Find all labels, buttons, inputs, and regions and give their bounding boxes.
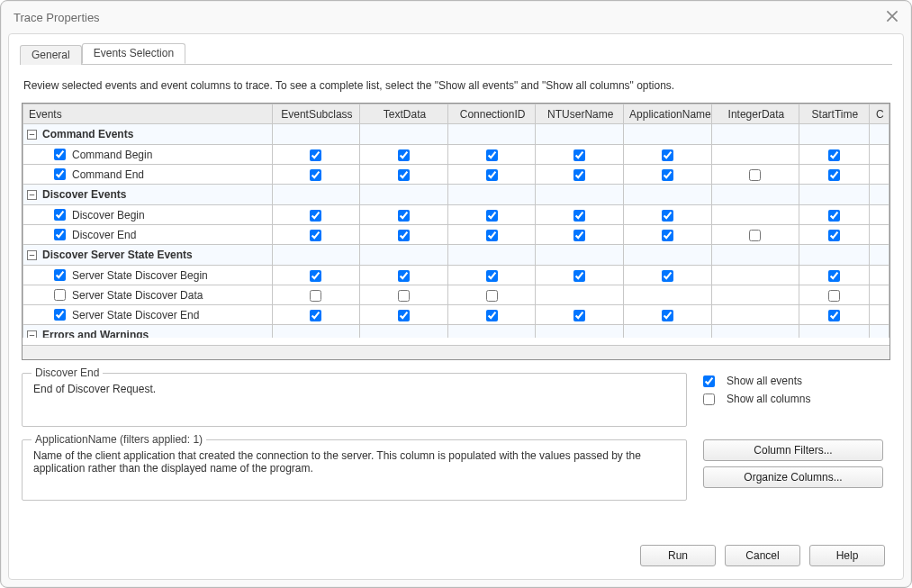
event-cell[interactable] <box>624 225 712 245</box>
event-cell[interactable] <box>447 305 536 325</box>
column-check[interactable] <box>486 149 498 161</box>
column-check[interactable] <box>486 210 498 222</box>
column-check[interactable] <box>828 290 840 302</box>
column-check[interactable] <box>398 210 410 222</box>
column-check[interactable] <box>310 169 321 181</box>
event-row[interactable]: Server State Discover Begin <box>23 266 889 285</box>
event-cell[interactable] <box>536 285 624 305</box>
column-check[interactable] <box>310 310 321 321</box>
column-header[interactable]: StartTime <box>799 104 869 124</box>
event-cell[interactable] <box>360 225 448 245</box>
event-cell[interactable] <box>799 266 869 285</box>
column-header[interactable]: EventSubclass <box>272 104 360 124</box>
event-enable-check[interactable] <box>54 168 66 180</box>
show-all-columns-check[interactable]: Show all columns <box>703 393 892 405</box>
column-header[interactable]: TextData <box>360 104 448 124</box>
column-check[interactable] <box>573 169 585 181</box>
event-cell[interactable] <box>799 285 869 305</box>
help-button[interactable]: Help <box>809 545 885 566</box>
event-cell[interactable] <box>360 285 448 305</box>
column-check[interactable] <box>828 310 840 321</box>
event-cell[interactable] <box>360 305 448 325</box>
event-cell[interactable] <box>536 205 624 225</box>
column-check[interactable] <box>310 290 321 302</box>
event-row[interactable]: Discover Begin <box>23 205 889 225</box>
event-row[interactable]: Discover End <box>23 225 889 245</box>
column-check[interactable] <box>398 270 410 282</box>
tab-events-selection[interactable]: Events Selection <box>82 43 185 64</box>
event-cell[interactable] <box>799 225 869 245</box>
event-cell[interactable] <box>447 165 536 185</box>
event-cell[interactable] <box>536 165 624 185</box>
column-check[interactable] <box>662 270 673 282</box>
column-check[interactable] <box>486 270 498 282</box>
event-cell[interactable] <box>447 285 536 305</box>
column-check[interactable] <box>662 169 673 181</box>
event-cell[interactable] <box>624 266 712 285</box>
close-icon[interactable] <box>886 10 898 25</box>
collapse-icon[interactable]: – <box>27 250 37 260</box>
event-cell[interactable] <box>624 305 712 325</box>
event-cell[interactable] <box>799 205 869 225</box>
column-check[interactable] <box>828 270 840 282</box>
column-check[interactable] <box>573 310 585 321</box>
column-check[interactable] <box>828 149 840 161</box>
show-all-events-check[interactable]: Show all events <box>703 375 892 387</box>
event-cell[interactable] <box>799 145 869 165</box>
column-check[interactable] <box>828 169 840 181</box>
event-cell[interactable] <box>447 205 536 225</box>
collapse-icon[interactable]: – <box>27 130 37 140</box>
events-grid-scroll[interactable]: EventsEventSubclassTextDataConnectionIDN… <box>23 104 889 338</box>
event-cell[interactable] <box>272 145 360 165</box>
column-check[interactable] <box>662 230 673 241</box>
event-cell[interactable] <box>536 305 624 325</box>
event-enable-check[interactable] <box>54 209 66 221</box>
column-check[interactable] <box>398 230 410 241</box>
collapse-icon[interactable]: – <box>27 330 37 339</box>
event-row[interactable]: Command End <box>23 165 889 185</box>
event-cell[interactable] <box>711 305 799 325</box>
column-check[interactable] <box>749 169 761 181</box>
event-cell[interactable] <box>272 266 360 285</box>
event-row[interactable]: Command Begin <box>23 145 889 165</box>
run-button[interactable]: Run <box>640 545 716 566</box>
group-row[interactable]: –Discover Server State Events <box>23 245 889 266</box>
event-enable-check[interactable] <box>54 309 66 321</box>
event-cell[interactable] <box>272 165 360 185</box>
event-cell[interactable] <box>624 165 712 185</box>
column-check[interactable] <box>662 149 673 161</box>
column-filters-button[interactable]: Column Filters... <box>703 439 883 461</box>
column-check[interactable] <box>573 230 585 241</box>
event-cell[interactable] <box>536 266 624 285</box>
event-cell[interactable] <box>624 145 712 165</box>
event-cell[interactable] <box>536 145 624 165</box>
event-cell[interactable] <box>624 205 712 225</box>
event-enable-check[interactable] <box>54 229 66 240</box>
event-cell[interactable] <box>360 266 448 285</box>
column-check[interactable] <box>398 149 410 161</box>
tab-general[interactable]: General <box>20 45 82 65</box>
group-row[interactable]: –Discover Events <box>23 185 889 205</box>
column-check[interactable] <box>486 169 498 181</box>
column-check[interactable] <box>398 310 410 321</box>
event-row[interactable]: Server State Discover Data <box>23 285 889 305</box>
column-check[interactable] <box>828 230 840 241</box>
event-cell[interactable] <box>711 225 799 245</box>
column-header[interactable]: Events <box>23 104 273 124</box>
column-check[interactable] <box>486 310 498 321</box>
column-header[interactable]: IntegerData <box>711 104 799 124</box>
column-check[interactable] <box>662 210 673 222</box>
organize-columns-button[interactable]: Organize Columns... <box>703 466 883 488</box>
event-enable-check[interactable] <box>54 289 66 301</box>
event-cell[interactable] <box>624 285 712 305</box>
event-cell[interactable] <box>799 305 869 325</box>
column-header[interactable]: NTUserName <box>536 104 624 124</box>
event-cell[interactable] <box>447 145 536 165</box>
group-row[interactable]: –Errors and Warnings <box>23 325 889 339</box>
column-header[interactable]: ApplicationName <box>624 104 712 124</box>
column-check[interactable] <box>662 310 673 321</box>
event-cell[interactable] <box>711 145 799 165</box>
group-row[interactable]: –Command Events <box>23 124 889 145</box>
event-cell[interactable] <box>447 266 536 285</box>
column-check[interactable] <box>310 210 321 222</box>
